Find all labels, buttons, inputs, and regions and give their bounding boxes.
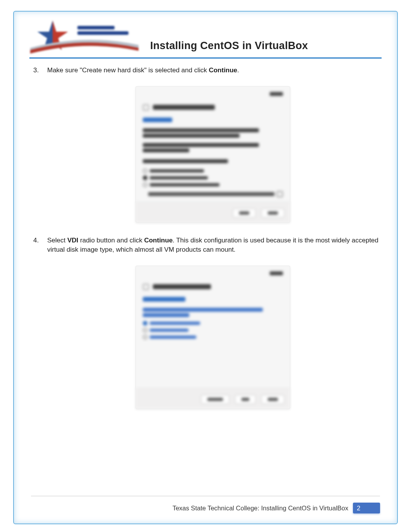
dialog-button-row <box>136 388 290 409</box>
page-title: Installing CentOS in VirtualBox <box>150 40 308 54</box>
radio-vmdk[interactable] <box>143 335 283 339</box>
create-button[interactable] <box>261 208 284 218</box>
dialog-title-row <box>143 104 283 111</box>
radio-vhd[interactable] <box>143 328 283 332</box>
back-icon <box>143 104 149 111</box>
section-heading <box>143 118 172 122</box>
radio-option-2[interactable] <box>143 176 283 180</box>
title-divider <box>29 57 382 59</box>
page-frame: Installing CentOS in VirtualBox Make sur… <box>13 11 398 524</box>
page-footer: Texas State Technical College: Installin… <box>31 502 380 514</box>
dialog-paragraph-1 <box>143 128 283 138</box>
radio-option-3[interactable] <box>143 182 283 187</box>
tstc-logo <box>31 19 139 54</box>
footer-text: Texas State Technical College: Installin… <box>173 505 348 512</box>
section-heading <box>143 297 185 302</box>
step-4-text-pre: Select <box>47 237 67 244</box>
recommended-size-label <box>143 159 228 163</box>
step-3-text-pre: Make sure "Create new hard disk" is sele… <box>47 66 209 74</box>
footer-divider <box>31 496 380 496</box>
swoosh-icon <box>30 36 139 56</box>
back-button[interactable] <box>235 395 256 404</box>
step-4: Select VDI radio button and click Contin… <box>33 236 378 409</box>
disk-file-path-row <box>143 191 283 197</box>
expert-mode-button[interactable] <box>201 395 229 404</box>
step-3: Make sure "Create new hard disk" is sele… <box>33 66 378 223</box>
page-number: 2 <box>357 505 360 512</box>
dialog-button-row <box>136 202 290 222</box>
step-4-bold-1: VDI <box>67 237 78 244</box>
step-4-text-mid: radio button and click <box>78 237 144 244</box>
page-number-box: 2 <box>353 503 380 513</box>
radio-option-1[interactable] <box>143 169 283 173</box>
dialog-title <box>153 284 211 289</box>
cancel-button[interactable] <box>233 208 256 218</box>
window-controls <box>143 92 283 96</box>
step-4-bold-2: Continue <box>144 237 173 244</box>
dialog-title <box>153 105 215 110</box>
back-icon <box>143 284 149 290</box>
window-controls <box>143 271 283 275</box>
page-header: Installing CentOS in VirtualBox <box>31 17 380 54</box>
hard-disk-options <box>143 169 283 187</box>
document-body: Make sure "Create new hard disk" is sele… <box>31 66 380 409</box>
disk-file-path[interactable] <box>148 192 274 196</box>
step-3-text-post: . <box>237 66 239 74</box>
dialog-paragraph <box>143 308 283 317</box>
dialog-paragraph-2 <box>143 143 283 152</box>
dialog-title-row <box>143 284 283 290</box>
browse-icon[interactable] <box>277 191 283 197</box>
document-page: Installing CentOS in VirtualBox Make sur… <box>0 0 411 532</box>
continue-button[interactable] <box>261 395 284 404</box>
instruction-list: Make sure "Create new hard disk" is sele… <box>33 66 378 409</box>
radio-vdi[interactable] <box>143 321 283 326</box>
step-3-bold: Continue <box>209 66 237 74</box>
screenshot-create-vm <box>135 86 290 223</box>
screenshot-file-type <box>135 266 290 409</box>
file-type-options <box>143 321 283 339</box>
logo-text <box>77 24 128 37</box>
